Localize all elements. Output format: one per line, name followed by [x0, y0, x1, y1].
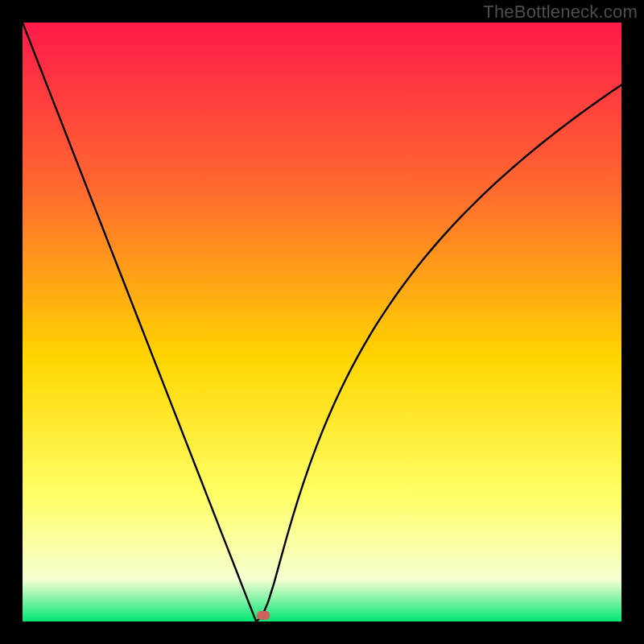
chart-plot-area — [23, 23, 621, 621]
gradient-background — [23, 23, 621, 621]
chart-frame: TheBottleneck.com — [0, 0, 644, 644]
watermark-text: TheBottleneck.com — [483, 2, 638, 23]
chart-svg — [23, 23, 621, 621]
minimum-marker — [257, 611, 270, 620]
